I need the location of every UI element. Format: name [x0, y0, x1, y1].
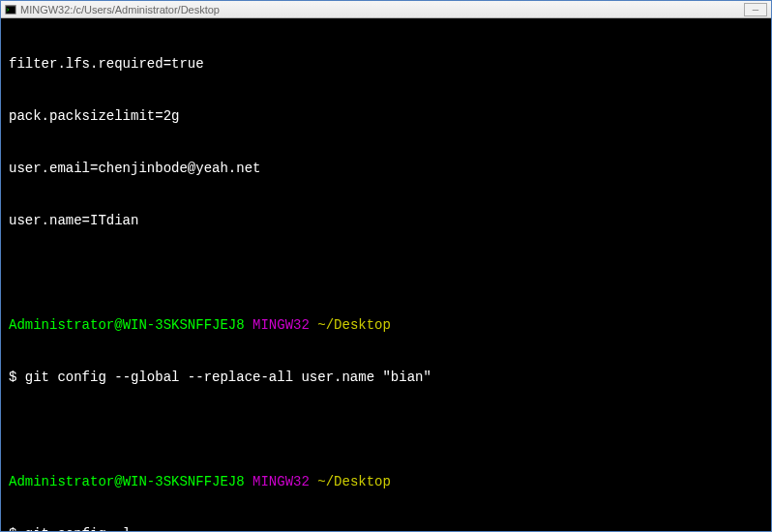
prompt-line: Administrator@WIN-3SKSNFFJEJ8 MINGW32 ~/… — [9, 473, 763, 490]
terminal-window: MINGW32:/c/Users/Administrator/Desktop ─… — [0, 0, 772, 532]
output-line: user.email=chenjinbode@yeah.net — [9, 160, 763, 177]
command-line: $ git config -l — [9, 525, 763, 531]
command-line: $ git config --global --replace-all user… — [9, 369, 763, 386]
prompt-shell: MINGW32 — [252, 317, 310, 333]
blank-line — [9, 421, 763, 438]
prompt-user: Administrator — [9, 317, 114, 333]
window-controls: ─ — [744, 3, 767, 16]
output-line: pack.packsizelimit=2g — [9, 107, 763, 125]
minimize-button[interactable]: ─ — [744, 3, 767, 16]
prompt-hostname: WIN-3SKSNFFJEJ8 — [123, 317, 245, 333]
terminal-content[interactable]: filter.lfs.required=true pack.packsizeli… — [1, 18, 771, 531]
blank-line — [9, 264, 763, 281]
output-line: user.name=ITdian — [9, 212, 763, 229]
prompt-line: Administrator@WIN-3SKSNFFJEJ8 MINGW32 ~/… — [9, 316, 763, 334]
terminal-icon — [5, 4, 16, 15]
prompt-dollar: $ — [9, 369, 16, 385]
command-text: git config -l — [25, 526, 131, 531]
output-line: filter.lfs.required=true — [9, 55, 763, 73]
titlebar[interactable]: MINGW32:/c/Users/Administrator/Desktop ─ — [1, 1, 771, 18]
command-text: git config --global --replace-all user.n… — [25, 369, 431, 385]
prompt-shell: MINGW32 — [252, 474, 310, 489]
prompt-hostname: WIN-3SKSNFFJEJ8 — [123, 474, 245, 489]
prompt-at: @ — [114, 317, 122, 333]
prompt-path: ~/Desktop — [317, 317, 391, 333]
prompt-at: @ — [114, 474, 122, 489]
prompt-dollar: $ — [9, 526, 16, 531]
prompt-path: ~/Desktop — [317, 474, 391, 489]
prompt-user: Administrator — [9, 474, 114, 489]
window-title: MINGW32:/c/Users/Administrator/Desktop — [20, 4, 220, 15]
